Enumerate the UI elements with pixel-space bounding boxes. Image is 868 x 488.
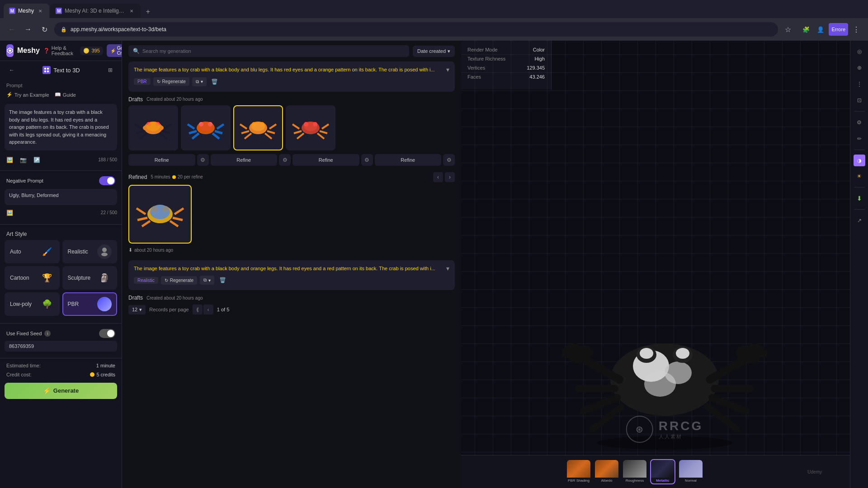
generate-icon: ⚡ — [43, 387, 51, 394]
prompt-textarea[interactable]: The image features a toy crab with a bla… — [5, 104, 117, 150]
texture-pbr-shading[interactable]: PBR Shading — [566, 459, 591, 484]
prompt-expand-icon[interactable]: ▾ — [446, 66, 449, 73]
viewer-accent-icon[interactable]: ◑ — [854, 155, 865, 166]
seed-toggle[interactable] — [99, 329, 115, 338]
tab-close-meshy-ai[interactable]: ✕ — [128, 7, 135, 14]
art-style-auto[interactable]: Auto 🖌️ — [5, 240, 60, 263]
seed-row: Use Fixed Seed i — [0, 326, 122, 340]
tab-meshy-ai[interactable]: M Meshy AI: 3D e Intelligenza Ar... ✕ — [50, 4, 141, 18]
texture-albedo[interactable]: Albedo — [594, 459, 619, 484]
draft-card-3[interactable] — [233, 105, 283, 150]
generate-button[interactable]: ⚡ Generate — [5, 383, 117, 399]
viewer-download-icon[interactable]: ⬇ — [853, 192, 866, 205]
art-style-realistic[interactable]: Realistic — [62, 240, 118, 263]
refine-settings-2[interactable]: ⚙ — [279, 154, 291, 166]
refine-button-3[interactable]: Refine — [292, 154, 359, 166]
delete-button-2[interactable]: 🗑️ — [217, 275, 228, 286]
refine-settings-1[interactable]: ⚙ — [197, 154, 209, 166]
back-button[interactable]: ← — [5, 23, 18, 36]
viewer-orbit-icon[interactable]: ◎ — [853, 45, 866, 58]
neg-prompt-textarea[interactable]: Ugly, Blurry, Deformed — [5, 189, 117, 205]
copy-button-2[interactable]: ⧉ ▾ — [200, 276, 214, 285]
refined-prev-button[interactable]: ‹ — [433, 172, 443, 182]
grid-view-button[interactable]: ⊞ — [105, 65, 115, 75]
metallic-label: Metallic — [656, 478, 669, 483]
art-style-pbr[interactable]: PBR — [62, 292, 118, 316]
regenerate-button-2[interactable]: ↻ Regenerate — [161, 276, 197, 285]
neg-prompt-label: Negative Prompt — [6, 178, 43, 183]
tab-meshy[interactable]: M Meshy ✕ — [4, 4, 49, 18]
guide-button[interactable]: 📖 Guide — [55, 92, 76, 98]
delete-button-1[interactable]: 🗑️ — [209, 76, 220, 87]
refined-next-button[interactable]: › — [445, 172, 455, 182]
viewer-3d-canvas[interactable]: ⊛ RRCG 人人素材 — [461, 41, 868, 488]
prompt2-expand-icon[interactable]: ▾ — [446, 265, 449, 272]
help-feedback-button[interactable]: ❓ Help & Feedback — [43, 45, 77, 56]
draft-card-4[interactable] — [286, 105, 335, 150]
texture-metallic[interactable]: Metallic — [650, 459, 675, 484]
albedo-preview — [595, 460, 618, 478]
seed-info-icon[interactable]: i — [44, 330, 51, 337]
viewer-sun-icon[interactable]: ☀ — [853, 170, 866, 183]
art-style-cartoon[interactable]: Cartoon 🏆 — [5, 266, 60, 290]
settings-button[interactable]: ⋮ — [850, 23, 863, 36]
viewer-share-icon[interactable]: ↗ — [853, 214, 866, 227]
sort-label: Date created — [417, 48, 446, 54]
try-example-button[interactable]: ⚡ Try an Example — [6, 92, 49, 98]
art-style-lowpoly[interactable]: Low-poly 🌳 — [5, 292, 60, 316]
first-page-button[interactable]: ⟪ — [193, 305, 203, 314]
neg-prompt-icon[interactable]: 🖼️ — [5, 208, 14, 218]
image-prompt-icon[interactable]: 🖼️ — [5, 155, 14, 165]
extensions-button[interactable]: 🧩 — [800, 23, 812, 36]
art-style-cartoon-label: Cartoon — [10, 275, 29, 281]
address-bar[interactable]: 🔒 app.meshy.ai/workspace/text-to-3d/beta — [54, 22, 778, 37]
viewer-divider-4 — [854, 209, 865, 210]
refine-button-1[interactable]: Refine — [128, 154, 195, 166]
regenerate-button-1[interactable]: ↻ Regenerate — [153, 77, 189, 86]
art-style-sculpture[interactable]: Sculpture 🗿 — [62, 266, 118, 290]
neg-prompt-toggle[interactable] — [99, 176, 115, 185]
svg-line-35 — [245, 133, 251, 139]
refine-button-4[interactable]: Refine — [375, 154, 442, 166]
camera-prompt-icon[interactable]: 📷 — [18, 155, 28, 165]
bookmark-star-button[interactable]: ☆ — [782, 23, 794, 36]
forward-button[interactable]: → — [22, 23, 34, 36]
regenerate-icon-2: ↻ — [165, 278, 168, 283]
draft-card-2[interactable] — [181, 105, 231, 150]
texture-normal[interactable]: Normal — [678, 459, 703, 484]
copy-button-1[interactable]: ⧉ ▾ — [192, 77, 207, 86]
error-badge[interactable]: Errore — [829, 23, 848, 36]
download-icon[interactable]: ⬇ — [128, 247, 132, 253]
get-credits-button[interactable]: ⚡ Get Credits — [107, 44, 122, 57]
draft-card-1[interactable] — [128, 105, 178, 150]
texture-roughness[interactable]: Roughness — [622, 459, 647, 484]
refined-card-1[interactable] — [128, 185, 192, 244]
page-size-selector[interactable]: 12 ▾ — [128, 305, 146, 314]
viewer-frame-icon[interactable]: ⊡ — [853, 94, 866, 107]
refine-button-2[interactable]: Refine — [211, 154, 278, 166]
refined-credit-dot — [172, 175, 176, 179]
viewer-edit-icon[interactable]: ✏ — [853, 132, 866, 145]
art-style-realistic-icon — [97, 244, 112, 259]
new-tab-button[interactable]: + — [142, 5, 154, 18]
expand-prompt-icon[interactable]: ↗️ — [32, 155, 42, 165]
viewer-pan-icon[interactable]: ⊕ — [853, 61, 866, 74]
search-box[interactable]: 🔍 — [128, 45, 409, 57]
neg-char-count: 22 / 500 — [101, 210, 117, 215]
back-navigation-button[interactable]: ← — [6, 65, 17, 75]
reload-button[interactable]: ↻ — [38, 23, 51, 36]
main-content: 🔍 Date created ▾ The image features a to… — [122, 41, 868, 488]
art-style-section-label: Art Style — [0, 227, 122, 240]
svg-line-14 — [165, 124, 171, 129]
svg-line-48 — [317, 133, 324, 139]
refine-settings-3[interactable]: ⚙ — [361, 154, 373, 166]
search-input[interactable] — [142, 48, 405, 54]
viewer-settings-icon[interactable]: ⚙ — [853, 116, 866, 129]
refine-settings-4[interactable]: ⚙ — [443, 154, 455, 166]
prev-page-button[interactable]: ‹ — [203, 305, 213, 314]
sort-button[interactable]: Date created ▾ — [413, 46, 455, 57]
profile-button[interactable]: 👤 — [814, 23, 827, 36]
art-style-grid: Auto 🖌️ Realistic Cartoon 🏆 Sculpture 🗿 … — [0, 240, 122, 320]
viewer-zoom-icon[interactable]: ⋮ — [853, 78, 866, 90]
tab-close-meshy[interactable]: ✕ — [37, 7, 44, 14]
